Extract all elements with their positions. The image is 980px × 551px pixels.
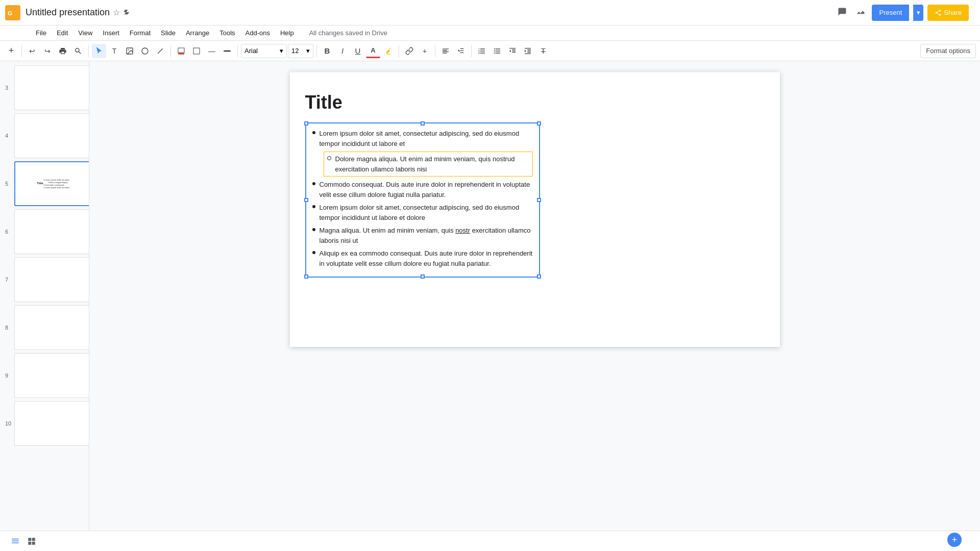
add-button[interactable]: +	[4, 44, 18, 58]
slide-thumbnail-5[interactable]: Title • Lorem ipsum dolor sit amet... ◦ …	[14, 161, 89, 206]
undo-button[interactable]: ↩	[25, 44, 39, 58]
text-box[interactable]: Lorem ipsum dolor sit amet, consectetur …	[305, 122, 540, 278]
bullet-item-3: Commodo consequat. Duis aute irure dolor…	[312, 180, 533, 199]
svg-rect-5	[178, 48, 184, 53]
font-size-selector[interactable]: 12 ▾	[288, 44, 313, 58]
font-size-chevron: ▾	[306, 47, 310, 55]
slide-thumb-container-9: 9	[14, 353, 85, 398]
slide-number-10: 10	[5, 420, 11, 427]
print-button[interactable]	[56, 44, 70, 58]
menu-help[interactable]: Help	[275, 26, 299, 41]
line-spacing-button[interactable]	[454, 44, 468, 58]
underline-button[interactable]: U	[351, 44, 365, 58]
bottom-bar: +	[0, 531, 980, 551]
handle-bottomright[interactable]	[537, 274, 541, 279]
handle-right[interactable]	[537, 198, 541, 202]
bullet-dot-1	[312, 131, 315, 134]
shape-tool[interactable]	[138, 44, 152, 58]
zoom-options-button[interactable]	[71, 44, 85, 58]
fill-color-button[interactable]	[174, 44, 188, 58]
comments-icon[interactable]	[835, 5, 849, 21]
handle-topright[interactable]	[537, 121, 541, 126]
border-style-button[interactable]: —	[205, 44, 219, 58]
view-list-button[interactable]	[8, 534, 22, 548]
svg-rect-17	[32, 538, 35, 541]
bold-button[interactable]: B	[320, 44, 334, 58]
svg-rect-6	[178, 53, 184, 55]
svg-rect-7	[193, 48, 200, 54]
handle-topleft[interactable]	[304, 121, 308, 126]
align-button[interactable]	[438, 44, 453, 58]
font-color-button[interactable]: A	[366, 44, 380, 58]
line-tool[interactable]	[153, 44, 167, 58]
menu-edit[interactable]: Edit	[52, 26, 73, 41]
handle-top[interactable]	[421, 121, 425, 126]
text-tool[interactable]: T	[107, 44, 121, 58]
toolbar-divider-6	[399, 45, 399, 57]
font-name-selector[interactable]: Arial ▾	[241, 44, 287, 58]
autosave-message: All changes saved in Drive	[309, 29, 387, 37]
bullet-item-4: Lorem ipsum dolor sit amet, consectetur …	[312, 203, 533, 222]
menu-view[interactable]: View	[73, 26, 97, 41]
bullet-text-1: Lorem ipsum dolor sit amet, consectetur …	[320, 129, 533, 148]
slide-thumbnail-4[interactable]	[14, 113, 89, 158]
menu-bar: File Edit View Insert Format Slide Arran…	[0, 26, 980, 41]
slide-thumbnail-8[interactable]	[14, 305, 89, 350]
insert-link-button[interactable]: +	[418, 44, 432, 58]
image-tool[interactable]	[122, 44, 137, 58]
title-section: Untitled presentation ☆	[26, 7, 131, 18]
top-bar: G Untitled presentation ☆ Present ▾ Sha	[0, 0, 980, 26]
view-grid-button[interactable]	[24, 534, 39, 548]
slide-thumbnail-7[interactable]	[14, 257, 89, 302]
svg-point-2	[128, 49, 129, 50]
menu-format[interactable]: Format	[125, 26, 156, 41]
handle-bottomleft[interactable]	[304, 274, 308, 279]
menu-tools[interactable]: Tools	[214, 26, 240, 41]
bullet-dot-3	[312, 182, 315, 185]
slide-thumbnail-3[interactable]	[14, 65, 89, 110]
link-button[interactable]	[402, 44, 416, 58]
format-options-button[interactable]: Format options	[920, 44, 976, 58]
presentation-title[interactable]: Untitled presentation	[26, 7, 110, 18]
menu-arrange[interactable]: Arrange	[181, 26, 214, 41]
slide-panel: 3 4 5 Title • Lorem ipsum dolor sit amet…	[0, 61, 89, 551]
slide-thumbnail-10[interactable]	[14, 401, 89, 446]
menu-addons[interactable]: Add-ons	[240, 26, 275, 41]
indent-less-button[interactable]	[505, 44, 520, 58]
menu-insert[interactable]: Insert	[97, 26, 125, 41]
slide-canvas[interactable]: Title	[290, 71, 780, 347]
font-name-value: Arial	[244, 47, 258, 55]
numbered-list-button[interactable]	[475, 44, 489, 58]
canvas-wrapper[interactable]: Title	[89, 61, 980, 531]
clear-format-button[interactable]: T̶	[536, 44, 550, 58]
sub-bullet-item-2[interactable]: Dolore magna aliqua. Ut enim ad minim ve…	[324, 152, 533, 177]
slide-thumb-container-3: 3	[14, 65, 85, 110]
handle-left[interactable]	[304, 198, 308, 202]
slide-number-9: 9	[5, 372, 8, 379]
indent-more-button[interactable]	[521, 44, 535, 58]
select-tool[interactable]	[92, 44, 106, 58]
border-button[interactable]	[189, 44, 204, 58]
bulleted-list-button[interactable]	[490, 44, 504, 58]
star-icon[interactable]: ☆	[113, 8, 120, 17]
share-button[interactable]: Share	[927, 5, 969, 21]
slide-number-8: 8	[5, 324, 8, 331]
menu-slide[interactable]: Slide	[156, 26, 181, 41]
slide-thumbnail-6[interactable]	[14, 209, 89, 254]
svg-rect-19	[32, 541, 35, 544]
present-dropdown-button[interactable]: ▾	[913, 5, 923, 21]
add-slide-button[interactable]: +	[947, 533, 962, 547]
menu-file[interactable]: File	[31, 26, 52, 41]
bullet-item-1: Lorem ipsum dolor sit amet, consectetur …	[312, 129, 533, 148]
redo-button[interactable]: ↪	[40, 44, 55, 58]
handle-bottom[interactable]	[421, 274, 425, 279]
italic-button[interactable]: I	[335, 44, 350, 58]
analytics-icon[interactable]	[853, 5, 868, 21]
font-size-value: 12	[291, 47, 299, 55]
drive-icon[interactable]	[123, 8, 131, 17]
slide-thumbnail-9[interactable]	[14, 353, 89, 398]
highlight-button[interactable]	[381, 44, 396, 58]
border-weight-button[interactable]	[220, 44, 234, 58]
present-button[interactable]: Present	[872, 5, 909, 21]
bullet-dot-4	[312, 205, 315, 208]
